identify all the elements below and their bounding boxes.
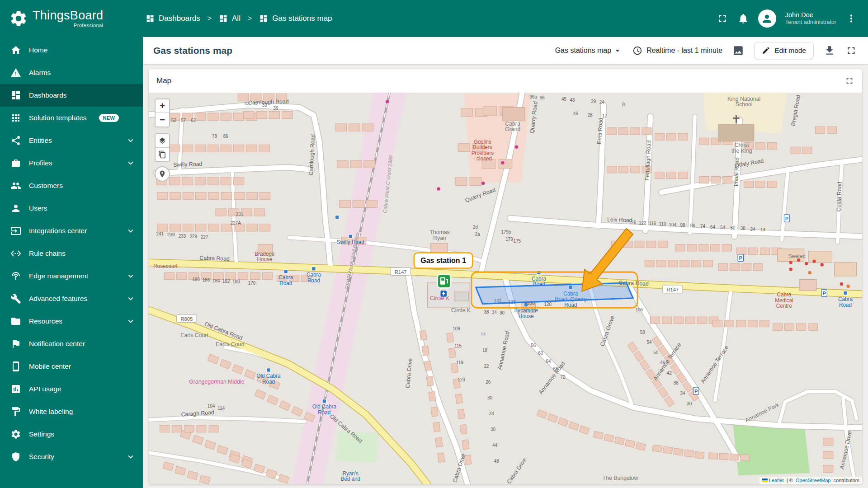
kebab-menu-button[interactable]: [845, 13, 857, 24]
sidebar-item-resources[interactable]: Resources: [0, 310, 143, 333]
sidebar-item-settings[interactable]: Settings: [0, 423, 143, 446]
thingsboard-app: ThingsBoard Professional Dashboards>All>…: [0, 0, 868, 488]
advanced-icon: [10, 293, 21, 304]
svg-text:50: 50: [653, 350, 658, 355]
svg-text:52: 52: [171, 118, 176, 123]
alarm-icon: [10, 67, 21, 78]
svg-text:38: 38: [484, 310, 489, 314]
rule-chains-icon: [10, 248, 21, 259]
svg-text:96: 96: [540, 95, 545, 100]
sidebar-item-rule-chains[interactable]: Rule chains: [0, 242, 143, 265]
svg-text:Ryan'sBed and: Ryan'sBed and: [340, 470, 360, 483]
svg-text:CabraRoad: CabraRoad: [307, 272, 321, 284]
sidebar-item-customers[interactable]: Customers: [0, 174, 143, 197]
toolbar-fullscreen-button[interactable]: [845, 45, 857, 56]
entities-icon: [10, 135, 21, 146]
fullscreen-button[interactable]: [717, 13, 728, 24]
sidebar-item-label: Resources: [29, 317, 62, 325]
svg-text:114: 114: [217, 406, 225, 411]
sidebar-item-label: Profiles: [29, 159, 52, 167]
sidebar-item-label: Mobile center: [29, 362, 71, 371]
svg-text:The Bungalow: The Bungalow: [603, 475, 638, 481]
chevron-down-icon: [126, 452, 136, 462]
logo-subtitle: Professional: [74, 23, 103, 28]
svg-text:64: 64: [546, 359, 551, 364]
map-canvas[interactable]: PPPPCarnlough RoadCarnlough RoadSwilly R…: [149, 93, 862, 484]
sidebar-item-profiles[interactable]: Profiles: [0, 152, 143, 174]
sidebar-item-alarms[interactable]: Alarms: [0, 61, 143, 84]
sidebar: HomeAlarmsDashboardsSolution templatesNE…: [0, 37, 143, 488]
sidebar-item-dashboards[interactable]: Dashboards: [0, 84, 143, 107]
dashboards-icon: [219, 14, 228, 23]
dashboards-icon: [146, 14, 155, 23]
sidebar-item-label: Rule chains: [29, 249, 66, 258]
svg-text:BradogeHouse: BradogeHouse: [255, 251, 275, 263]
breadcrumb-item[interactable]: Gas stations map: [259, 14, 332, 23]
svg-text:38: 38: [674, 380, 679, 385]
dashboards-icon: [259, 14, 268, 23]
svg-text:115: 115: [454, 343, 462, 348]
svg-text:Seetec: Seetec: [788, 253, 806, 259]
sidebar-item-mobile-center[interactable]: Mobile center: [0, 355, 143, 378]
transit-stop-icon: [267, 368, 271, 372]
user-role: Tenant administrator: [785, 19, 836, 26]
download-button[interactable]: [824, 45, 835, 56]
sidebar-item-advanced-features[interactable]: Advanced features: [0, 287, 143, 310]
svg-text:39: 39: [274, 106, 278, 111]
attribution-separator: | ©: [785, 478, 794, 483]
svg-text:48: 48: [494, 459, 499, 464]
chevron-down-icon: [126, 294, 136, 304]
gas-station-marker[interactable]: [438, 274, 451, 288]
svg-text:42: 42: [253, 101, 258, 106]
sidebar-item-integrations-center[interactable]: Integrations center: [0, 220, 143, 242]
svg-text:175: 175: [514, 239, 521, 244]
chevron-down-icon: [126, 226, 136, 236]
edit-mode-button[interactable]: Edit mode: [754, 42, 814, 59]
svg-text:33: 33: [262, 103, 267, 108]
svg-text:57: 57: [181, 118, 186, 123]
sidebar-item-users[interactable]: Users: [0, 197, 143, 220]
svg-text:186: 186: [203, 277, 210, 282]
widget-expand-button[interactable]: [844, 76, 854, 86]
svg-text:30: 30: [500, 310, 505, 315]
main-content: Gas stations map Gas stations map Realti…: [143, 37, 868, 488]
svg-text:116: 116: [649, 221, 656, 226]
svg-text:179: 179: [505, 237, 513, 242]
sidebar-item-solution-templates[interactable]: Solution templatesNEW: [0, 107, 143, 129]
svg-text:190: 190: [193, 277, 200, 282]
svg-text:104: 104: [208, 404, 215, 408]
osm-link[interactable]: OpenStreetMap: [796, 478, 831, 483]
dashboard-state-select[interactable]: Gas stations map: [555, 46, 623, 56]
profiles-icon: [10, 158, 21, 169]
sidebar-item-edge-management[interactable]: Edge management: [0, 265, 143, 287]
svg-text:44: 44: [492, 443, 497, 448]
svg-text:CabraRoad: CabraRoad: [278, 274, 293, 286]
user-info: John Doe Tenant administrator: [785, 11, 836, 26]
sidebar-item-home[interactable]: Home: [0, 39, 143, 61]
svg-text:26: 26: [486, 380, 491, 385]
svg-text:P: P: [822, 291, 826, 296]
sidebar-item-api-usage[interactable]: API usage: [0, 378, 143, 400]
svg-text:233: 233: [179, 234, 186, 239]
breadcrumb-item[interactable]: All: [219, 14, 241, 23]
locate-button[interactable]: [155, 166, 170, 182]
map-layers-button[interactable]: [156, 134, 169, 148]
avatar[interactable]: [758, 9, 776, 28]
svg-text:98: 98: [680, 223, 685, 228]
svg-text:46: 46: [660, 360, 665, 365]
zoom-in-button[interactable]: +: [156, 99, 169, 113]
svg-text:43: 43: [570, 98, 575, 103]
sidebar-item-notification-center[interactable]: Notification center: [0, 333, 143, 355]
zoom-out-button[interactable]: −: [156, 113, 169, 127]
sidebar-item-entities[interactable]: Entities: [0, 129, 143, 152]
image-export-button[interactable]: [732, 45, 744, 56]
mobile-icon: [10, 361, 21, 372]
chevron-down-icon: [613, 46, 623, 56]
sidebar-item-white-labeling[interactable]: White labeling: [0, 400, 143, 423]
timewindow-button[interactable]: Realtime - last 1 minute: [632, 46, 722, 56]
breadcrumb-item[interactable]: Dashboards: [146, 14, 200, 23]
sidebar-item-security[interactable]: Security: [0, 446, 143, 468]
leaflet-link[interactable]: Leaflet: [769, 478, 784, 483]
map-type-button[interactable]: [156, 148, 169, 161]
notifications-button[interactable]: [737, 13, 749, 24]
